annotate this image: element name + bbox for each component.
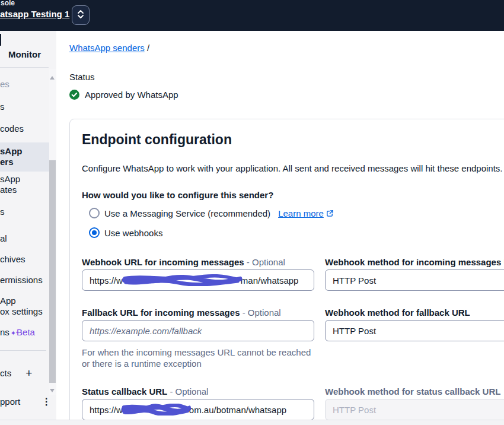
fallback-method-select[interactable]: HTTP Post [325,320,504,341]
projects-label[interactable]: cts [0,368,11,378]
use-webhooks-radio-label: Use webhooks [104,228,162,238]
topbar: sole atsapp Testing 1 [0,0,504,31]
sidebar-projects-row: cts + [0,368,47,378]
status-callback-url-label: Status callback URL - Optional [82,386,314,397]
fallback-url-label: Fallback URL for incoming messages - Opt… [82,307,314,318]
status-callback-url-input[interactable]: https://w om.au/botman/whatsapp [82,399,314,420]
fallback-url-field: Fallback URL for incoming messages - Opt… [82,307,314,369]
breadcrumb-whatsapp-senders-link[interactable]: WhatsApp senders [69,43,145,53]
chevron-up-down-icon [77,9,84,21]
sidebar-item-label: ns [0,327,9,337]
sidebar-scrollbar[interactable] [49,69,56,395]
status-row: Approved by WhatsApp [69,90,178,100]
fallback-help-text: For when the incoming messages URL canno… [82,347,314,369]
redaction-scribble [121,274,243,286]
account-name-link[interactable]: atsapp Testing 1 [0,9,69,19]
scroll-down-arrow-icon[interactable] [50,389,55,392]
sidebar-item-5[interactable]: s [0,207,5,217]
sidebar-item-label: ates [0,185,20,195]
incoming-url-field: Webhook URL for incoming messages - Opti… [82,257,314,291]
status-method-field: Webhook method for status callback URL H… [325,386,504,420]
redaction-scribble [121,404,191,416]
sidebar-item-label: sApp [0,174,20,185]
status-value: Approved by WhatsApp [85,90,178,100]
incoming-method-label: Webhook method for incoming messages U [325,257,504,267]
check-circle-icon [69,90,79,100]
sidebar: Monitor es s codes sApp ers sApp ates s … [0,31,56,425]
radio-row-messaging-service: Use a Messaging Service (recommended) Le… [82,207,504,219]
status-method-select: HTTP Post [325,399,504,420]
fallback-method-label: Webhook method for fallback URL [325,307,504,318]
incoming-method-select[interactable]: HTTP Post [325,269,504,291]
tab-monitor[interactable]: Monitor [8,49,41,59]
incoming-url-label: Webhook URL for incoming messages - Opti… [82,257,314,267]
sidebar-item-9[interactable]: App ox settings [0,296,43,317]
sidebar-item-label: App [0,296,43,306]
fallback-url-input[interactable] [82,320,314,341]
status-heading: Status [69,72,95,82]
scrollbar-thumb[interactable] [49,160,56,383]
sidebar-item-4[interactable]: sApp ates [0,174,20,195]
sidebar-item-0[interactable]: es [0,79,9,90]
main-content: WhatsApp senders / Status Approved by Wh… [56,31,504,425]
sidebar-item-label: ox settings [0,306,43,317]
account-switcher-button[interactable] [72,5,90,25]
status-method-label: Webhook method for status callback URL [325,386,504,397]
beta-badge: Beta [17,327,35,337]
sidebar-item-whatsapp-senders[interactable]: sApp ers [0,142,49,172]
breadcrumb: WhatsApp senders / [69,43,149,53]
horizontal-scrollbar[interactable] [0,420,504,425]
messaging-service-radio-label: Use a Messaging Service (recommended) [104,208,270,218]
external-link-icon [326,210,334,217]
learn-more-link[interactable]: Learn more [278,208,324,218]
messaging-service-radio[interactable] [89,208,100,218]
sidebar-item-7[interactable]: chives [0,254,25,265]
sidebar-item-8[interactable]: ermissions [0,275,43,286]
plus-icon[interactable]: + [25,369,32,378]
breadcrumb-separator: / [147,43,149,53]
sidebar-item-label: sApp [0,146,49,157]
clipped-edge-fragment [0,34,1,46]
configure-question: How would you like to configure this sen… [82,190,504,200]
status-callback-url-field: Status callback URL - Optional https://w… [82,386,314,420]
sidebar-support-row: pport ⋮ [0,396,53,407]
console-label: sole [1,0,15,7]
sparkle-icon: ✦✦ [11,329,16,337]
tab-divider [0,67,49,68]
sidebar-item-1[interactable]: s [0,102,5,112]
sidebar-item-6[interactable]: al [0,233,7,244]
use-webhooks-radio[interactable] [89,227,100,238]
radio-row-webhooks: Use webhooks [82,227,504,239]
support-label[interactable]: pport [0,397,20,407]
sidebar-item-2[interactable]: codes [0,123,24,134]
kebab-menu-icon[interactable]: ⋮ [42,396,51,407]
sidebar-divider [0,350,46,351]
card-title: Endpoint configuration [82,131,504,148]
incoming-method-field: Webhook method for incoming messages U H… [325,257,504,291]
endpoint-configuration-card: Endpoint configuration Configure WhatsAp… [69,119,504,425]
fallback-method-field: Webhook method for fallback URL HTTP Pos… [325,307,504,369]
scroll-up-arrow-icon[interactable] [50,76,55,80]
sidebar-item-label: ers [0,157,49,167]
card-description: Configure WhatsApp to work with your app… [82,163,504,174]
incoming-url-input[interactable]: https://w man/whatsapp [82,269,314,291]
sidebar-item-beta[interactable]: ns✦✦Beta [0,327,35,338]
